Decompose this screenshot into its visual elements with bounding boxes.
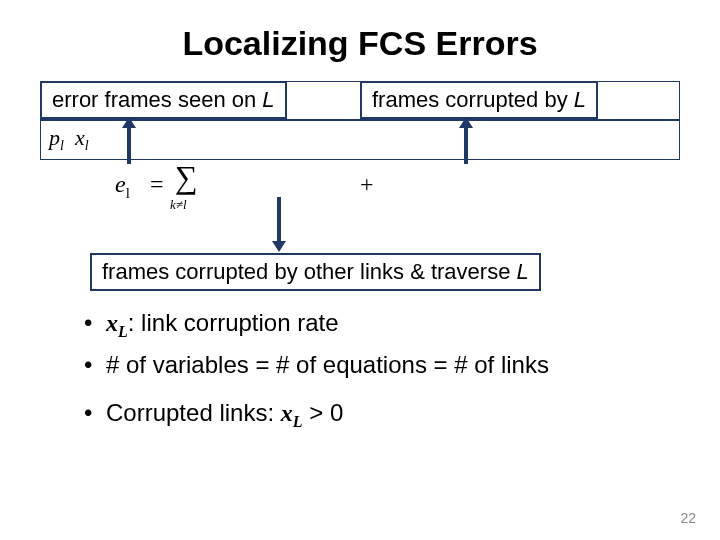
label-text: error frames seen on — [52, 87, 262, 112]
eq-equals: = — [150, 171, 164, 198]
label-var: L — [517, 259, 529, 284]
eq-sigma: ∑ — [175, 159, 198, 196]
eq-lhs: el — [115, 171, 130, 202]
label-box-error-frames: error frames seen on L — [40, 81, 287, 119]
var-x: x — [106, 310, 118, 336]
label-box-corrupted-other: frames corrupted by other links & traver… — [90, 253, 541, 291]
bullet-1: xL: link corruption rate — [84, 309, 684, 341]
var-sub: L — [293, 413, 303, 430]
eq-plus: + — [360, 171, 374, 198]
eq-sigma-index: k≠l — [170, 197, 187, 213]
arrow-up-left — [122, 117, 136, 164]
diagram: error frames seen on L frames corrupted … — [40, 81, 680, 291]
eq-term2-box: pl xl — [40, 120, 680, 159]
label-var: L — [574, 87, 586, 112]
bullet-text: Corrupted links: — [106, 399, 281, 426]
label-box-corrupted-by-L: frames corrupted by L — [360, 81, 598, 119]
bullet-list: xL: link corruption rate # of variables … — [36, 309, 684, 431]
bullet-text: > 0 — [303, 399, 344, 426]
arrow-up-right — [459, 117, 473, 164]
label-var: L — [262, 87, 274, 112]
var-x: x — [281, 400, 293, 426]
var-sub: L — [118, 323, 128, 340]
bullet-2: # of variables = # of equations = # of l… — [84, 351, 684, 379]
slide: Localizing FCS Errors error frames seen … — [0, 0, 720, 540]
label-text: frames corrupted by other links & traver… — [102, 259, 517, 284]
page-number: 22 — [680, 510, 696, 526]
slide-title: Localizing FCS Errors — [36, 24, 684, 63]
arrow-down — [272, 197, 286, 252]
bullet-3: Corrupted links: xL > 0 — [84, 399, 684, 431]
bullet-text: : link corruption rate — [128, 309, 339, 336]
label-text: frames corrupted by — [372, 87, 574, 112]
